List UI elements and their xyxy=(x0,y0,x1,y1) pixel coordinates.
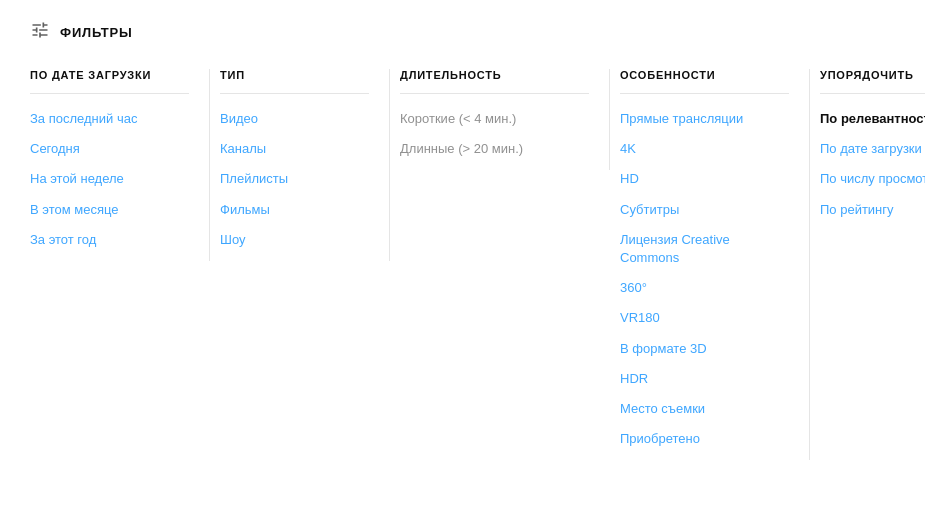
filter-item-features-1[interactable]: 4K xyxy=(620,140,789,158)
filter-item-by-date-4[interactable]: За этот год xyxy=(30,231,189,249)
filter-item-type-0[interactable]: Видео xyxy=(220,110,369,128)
filters-header: ФИЛЬТРЫ xyxy=(30,20,895,45)
filter-item-sort-0[interactable]: По релевантности xyxy=(820,110,925,128)
filter-item-type-1[interactable]: Каналы xyxy=(220,140,369,158)
column-title-by-date: ПО ДАТЕ ЗАГРУЗКИ xyxy=(30,69,189,94)
column-title-features: ОСОБЕННОСТИ xyxy=(620,69,789,94)
filter-item-sort-1[interactable]: По дате загрузки xyxy=(820,140,925,158)
filter-item-features-0[interactable]: Прямые трансляции xyxy=(620,110,789,128)
filter-item-features-3[interactable]: Субтитры xyxy=(620,201,789,219)
filter-column-features: ОСОБЕННОСТИПрямые трансляции4KHDСубтитры… xyxy=(610,69,810,460)
filter-item-sort-2[interactable]: По числу просмотров xyxy=(820,170,925,188)
filter-column-sort: УПОРЯДОЧИТЬПо релевантностиПо дате загру… xyxy=(810,69,925,231)
filter-item-features-2[interactable]: HD xyxy=(620,170,789,188)
filter-column-by-date: ПО ДАТЕ ЗАГРУЗКИЗа последний часСегодняН… xyxy=(30,69,210,261)
filter-item-features-8[interactable]: HDR xyxy=(620,370,789,388)
filters-title: ФИЛЬТРЫ xyxy=(60,25,133,40)
filter-item-features-6[interactable]: VR180 xyxy=(620,309,789,327)
filters-grid: ПО ДАТЕ ЗАГРУЗКИЗа последний часСегодняН… xyxy=(30,69,895,460)
column-title-type: ТИП xyxy=(220,69,369,94)
column-title-duration: ДЛИТЕЛЬНОСТЬ xyxy=(400,69,589,94)
filter-item-by-date-3[interactable]: В этом месяце xyxy=(30,201,189,219)
filter-column-type: ТИПВидеоКаналыПлейлистыФильмыШоу xyxy=(210,69,390,261)
filter-item-by-date-0[interactable]: За последний час xyxy=(30,110,189,128)
filter-item-features-5[interactable]: 360° xyxy=(620,279,789,297)
filters-icon xyxy=(30,20,50,45)
filter-item-duration-0: Короткие (< 4 мин.) xyxy=(400,110,589,128)
filter-item-type-3[interactable]: Фильмы xyxy=(220,201,369,219)
filter-item-features-10[interactable]: Приобретено xyxy=(620,430,789,448)
filter-item-type-4[interactable]: Шоу xyxy=(220,231,369,249)
filter-item-by-date-2[interactable]: На этой неделе xyxy=(30,170,189,188)
filter-item-duration-1: Длинные (> 20 мин.) xyxy=(400,140,589,158)
filter-item-features-4[interactable]: Лицензия Creative Commons xyxy=(620,231,789,267)
filter-item-type-2[interactable]: Плейлисты xyxy=(220,170,369,188)
filter-column-duration: ДЛИТЕЛЬНОСТЬКороткие (< 4 мин.)Длинные (… xyxy=(390,69,610,170)
filter-item-sort-3[interactable]: По рейтингу xyxy=(820,201,925,219)
filter-item-features-7[interactable]: В формате 3D xyxy=(620,340,789,358)
filter-item-features-9[interactable]: Место съемки xyxy=(620,400,789,418)
column-title-sort: УПОРЯДОЧИТЬ xyxy=(820,69,925,94)
filters-panel: ФИЛЬТРЫ ПО ДАТЕ ЗАГРУЗКИЗа последний час… xyxy=(0,0,925,480)
filter-item-by-date-1[interactable]: Сегодня xyxy=(30,140,189,158)
